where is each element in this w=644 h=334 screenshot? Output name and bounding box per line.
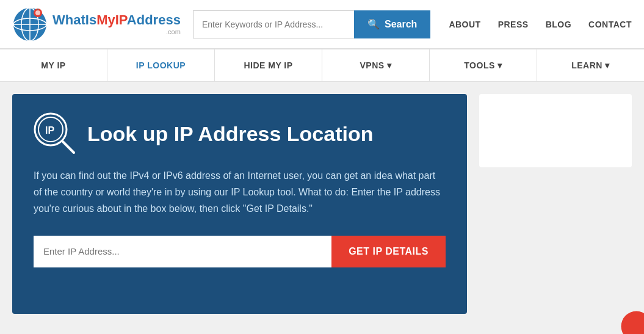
sidebar <box>479 94 632 314</box>
logo-text: WhatIsMyIPAddress .com <box>52 13 181 35</box>
logo-whatis: WhatIs <box>52 12 96 27</box>
nav-item-vpns[interactable]: VPNS ▾ <box>322 49 430 81</box>
nav-item-hide-my-ip[interactable]: HIDE MY IP <box>215 49 322 81</box>
nav-item-my-ip[interactable]: MY IP <box>0 49 107 81</box>
get-ip-details-button[interactable]: GET IP DETAILS <box>331 236 446 267</box>
logo-globe-icon <box>12 7 48 42</box>
nav-press[interactable]: PRESS <box>498 20 529 29</box>
logo-address: Address <box>127 12 181 27</box>
svg-line-11 <box>63 142 74 153</box>
header-nav: ABOUT PRESS BLOG CONTACT <box>449 20 632 29</box>
logo-com: .com <box>52 28 181 35</box>
search-bar: 🔍 Search <box>193 10 431 38</box>
page-content: IP Look up IP Address Location If you ca… <box>0 82 644 326</box>
banner-title-row: IP Look up IP Address Location <box>34 112 446 155</box>
ip-magnifier-icon: IP <box>34 112 76 155</box>
logo[interactable]: WhatIsMyIPAddress .com <box>12 7 181 42</box>
nav-contact[interactable]: CONTACT <box>588 20 632 29</box>
search-input[interactable] <box>193 10 354 38</box>
search-button-label: Search <box>385 19 417 30</box>
search-button[interactable]: 🔍 Search <box>354 10 430 38</box>
nav-item-tools[interactable]: TOOLS ▾ <box>430 49 537 81</box>
ip-form: GET IP DETAILS <box>34 236 446 267</box>
nav-about[interactable]: ABOUT <box>449 20 480 29</box>
ip-address-input[interactable] <box>34 236 331 267</box>
nav-item-ip-lookup[interactable]: IP LOOKUP <box>107 49 215 81</box>
banner-title: Look up IP Address Location <box>87 122 374 147</box>
header: WhatIsMyIPAddress .com 🔍 Search ABOUT PR… <box>0 0 644 49</box>
nav-item-learn[interactable]: LEARN ▾ <box>537 49 644 81</box>
search-icon: 🔍 <box>367 18 380 30</box>
logo-myip: MyIP <box>96 12 127 27</box>
svg-point-6 <box>35 10 40 15</box>
nav-bar: MY IP IP LOOKUP HIDE MY IP VPNS ▾ TOOLS … <box>0 49 644 82</box>
sidebar-ad-placeholder <box>479 94 632 167</box>
main-banner: IP Look up IP Address Location If you ca… <box>12 94 467 314</box>
banner-description: If you can find out the IPv4 or IPv6 add… <box>34 167 446 217</box>
nav-blog[interactable]: BLOG <box>546 20 571 29</box>
svg-text:IP: IP <box>45 125 54 136</box>
